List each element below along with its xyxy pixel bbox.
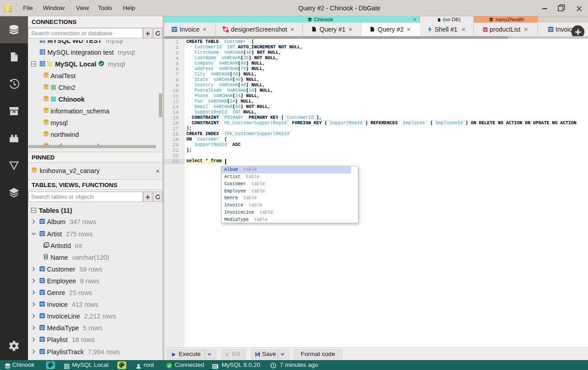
svg-text:1: 1 [46, 243, 48, 247]
